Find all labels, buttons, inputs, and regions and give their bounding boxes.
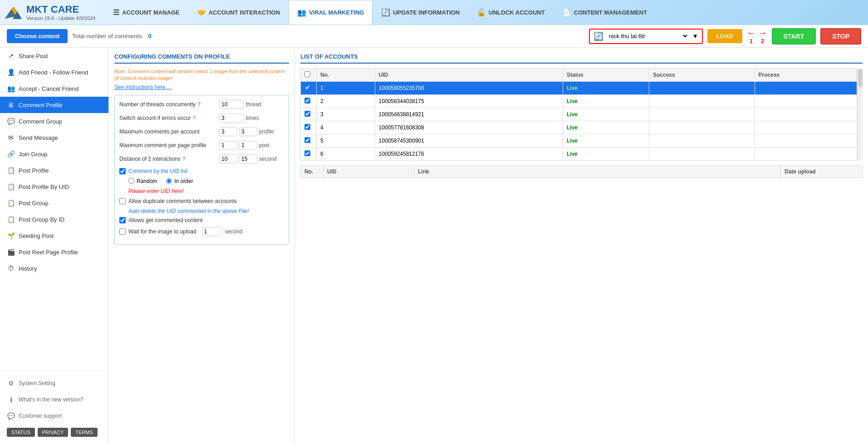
content-dropdown[interactable]: nick thu lai 6tr	[607, 32, 689, 40]
instruction-link[interactable]: See instructions here ...	[114, 84, 289, 90]
comment-by-uid-checkbox[interactable]	[119, 168, 126, 174]
row-process-cell	[755, 95, 857, 108]
sidebar-item-add-friend[interactable]: 👤 Add Friend - Follow Friend	[0, 64, 108, 80]
sidebar-item-post-profile-uid[interactable]: 📋 Post Profile By UID	[0, 178, 108, 195]
table-row[interactable]: 5 100058745300901 Live	[301, 134, 857, 148]
tab-account-manage[interactable]: ☰ ACCOUNT MANAGE	[104, 0, 188, 25]
table-row[interactable]: 6 100059245812176 Live	[301, 148, 857, 161]
sidebar-item-accept-cancel[interactable]: 👥 Accept - Cancel Friend	[0, 80, 108, 97]
scrollbar-thumb[interactable]	[858, 69, 863, 87]
sidebar-item-comment-group[interactable]: 💬 Comment Group	[0, 113, 108, 129]
table-row[interactable]: 1 100059055235706 Live	[301, 82, 857, 95]
max-per-page-input2[interactable]	[239, 141, 257, 150]
row-no-cell: 3	[317, 108, 375, 121]
threads-input[interactable]	[219, 100, 244, 109]
in-order-radio-row: In order	[166, 178, 193, 184]
start-button[interactable]: START	[772, 28, 816, 44]
wait-image-checkbox[interactable]	[119, 228, 126, 235]
sidebar-item-history-label: History	[19, 265, 37, 272]
row-status-cell: Live	[563, 148, 649, 161]
privacy-button[interactable]: PRIVACY	[38, 428, 68, 437]
distance-help-icon[interactable]: ?	[182, 156, 186, 162]
max-per-page-input1[interactable]	[219, 141, 237, 150]
random-label: Random	[137, 178, 157, 184]
max-comments-input1[interactable]	[219, 127, 237, 136]
auto-delete-link[interactable]: Auto delete the UID commented in the abo…	[128, 208, 284, 214]
distance-unit: second	[259, 156, 277, 162]
wait-value-input[interactable]	[202, 227, 222, 236]
threads-help-icon[interactable]: ?	[197, 101, 201, 108]
refresh-icon[interactable]: 🔄	[593, 31, 603, 41]
threads-unit: thread	[246, 101, 261, 108]
main-content: ↗ Share Post 👤 Add Friend - Follow Frien…	[0, 48, 868, 445]
sidebar-item-join-group-label: Join Group	[19, 151, 48, 158]
tab-unlock-account-label: UNLOCK ACCOUNT	[489, 9, 545, 16]
bottom-col-no: No.	[301, 166, 324, 178]
uid-link[interactable]: Please enter UID here!	[128, 188, 284, 194]
table-row[interactable]: 2 100058344038175 Live	[301, 95, 857, 108]
row-checkbox[interactable]	[304, 84, 310, 90]
tab-account-interaction-label: ACCOUNT INTERACTION	[209, 9, 280, 16]
sidebar-item-post-profile[interactable]: 📋 Post Profile	[0, 162, 108, 178]
system-setting-label: System Setting	[19, 380, 55, 386]
tab-viral-marketing[interactable]: 👥 VIRAL MARKETING	[289, 0, 373, 25]
tab-update-information[interactable]: 🔄 UPDATE INFORMATION	[373, 0, 468, 25]
content-management-icon: 📄	[562, 8, 571, 17]
account-table-scroll[interactable]: No. UID Status Success Process	[300, 68, 857, 161]
status-button[interactable]: STATUS	[7, 428, 35, 437]
tab-content-management-label: CONTENT MANAGEMENT	[574, 9, 647, 16]
row-checkbox[interactable]	[304, 98, 310, 104]
threads-label: Number of threads concurrently ?	[119, 101, 219, 108]
table-row[interactable]: 3 100054638814921 Live	[301, 108, 857, 121]
stop-button[interactable]: STOP	[820, 28, 861, 44]
tab-content-management[interactable]: 📄 CONTENT MANAGEMENT	[554, 0, 656, 25]
row-uid-cell: 100054638814921	[375, 108, 563, 121]
allow-duplicate-checkbox[interactable]	[119, 198, 126, 204]
random-radio[interactable]	[128, 178, 134, 184]
row-checkbox[interactable]	[304, 137, 310, 143]
max-comments-input2[interactable]	[239, 127, 257, 136]
tab-account-interaction[interactable]: 🤝 ACCOUNT INTERACTION	[188, 0, 289, 25]
row-uid-cell: 100058745300901	[375, 134, 563, 148]
sidebar-item-send-message[interactable]: ✉ Send Message	[0, 129, 108, 146]
load-button[interactable]: LOAD	[707, 29, 742, 43]
table-row[interactable]: 4 100057781608308 Live	[301, 121, 857, 134]
sidebar-item-seeding-post[interactable]: 🌱 Seeding Post	[0, 227, 108, 244]
row-no-cell: 1	[317, 82, 375, 95]
header: MKT CARE Version 19.6 - Update 4/9/2024 …	[0, 0, 868, 25]
sidebar-whats-new[interactable]: ℹ What's in the new version?	[0, 391, 108, 408]
terms-button[interactable]: TERMS	[71, 428, 98, 437]
sidebar-item-join-group[interactable]: 🔗 Join Group	[0, 146, 108, 162]
row-success-cell	[649, 108, 755, 121]
sidebar-item-post-group-id[interactable]: 📋 Post Group By ID	[0, 211, 108, 227]
bottom-table: No. UID Link Date upload	[300, 165, 863, 178]
row-checkbox[interactable]	[304, 111, 310, 117]
join-group-icon: 🔗	[7, 150, 15, 158]
row-checkbox[interactable]	[304, 124, 310, 130]
tab-unlock-account[interactable]: 🔓 UNLOCK ACCOUNT	[468, 0, 554, 25]
sidebar-item-history[interactable]: ⏱ History	[0, 260, 108, 277]
choose-content-button[interactable]: Choose content	[7, 29, 68, 43]
sidebar-item-post-group[interactable]: 📋 Post Group	[0, 195, 108, 211]
switch-input[interactable]	[219, 114, 244, 123]
row-checkbox[interactable]	[304, 150, 310, 156]
row-checkbox-cell	[301, 148, 317, 161]
sidebar-item-share-post[interactable]: ↗ Share Post	[0, 48, 108, 64]
sidebar-item-comment-profile[interactable]: 🖥 Comment Profile	[0, 97, 108, 113]
distance-input1[interactable]	[219, 154, 237, 163]
sidebar-customer-support[interactable]: 💬 Customer support	[0, 408, 108, 424]
sidebar-item-post-reel[interactable]: 🎬 Post Reel Page Profile	[0, 244, 108, 260]
settings-icon: ⚙	[7, 380, 15, 387]
sidebar-system-setting[interactable]: ⚙ System Setting	[0, 375, 108, 391]
row-success-cell	[649, 82, 755, 95]
distance-input2[interactable]	[239, 154, 257, 163]
comment-by-uid-row: Comment by the UID list	[119, 168, 284, 174]
row-success-cell	[649, 134, 755, 148]
allows-get-checkbox[interactable]	[119, 217, 126, 223]
account-manage-icon: ☰	[113, 8, 119, 17]
switch-help-icon[interactable]: ?	[192, 115, 196, 121]
scrollbar-track[interactable]	[857, 68, 863, 161]
info-icon: ℹ	[7, 396, 15, 403]
in-order-radio[interactable]	[166, 178, 172, 184]
select-all-checkbox[interactable]	[304, 71, 310, 77]
